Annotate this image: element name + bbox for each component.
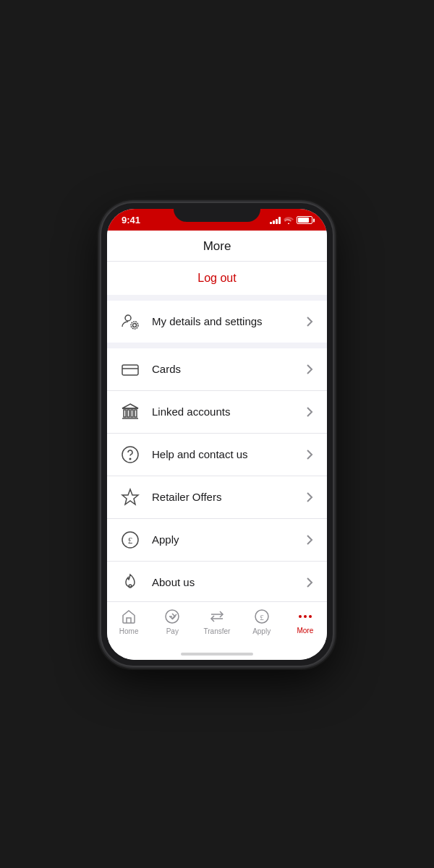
menu-item-apply[interactable]: £ Apply [107, 519, 327, 562]
bank-icon [119, 400, 142, 424]
transfer-icon [208, 608, 226, 625]
svg-rect-7 [124, 410, 126, 417]
menu-section-1: My details and settings [107, 301, 327, 348]
tab-apply[interactable]: £ Apply [244, 606, 280, 637]
status-time: 9:41 [122, 215, 140, 225]
menu-label-apply: Apply [152, 533, 304, 546]
wifi-icon [284, 217, 294, 224]
home-icon [120, 608, 137, 625]
menu-item-my-details[interactable]: My details and settings [107, 301, 327, 343]
page-title: More [203, 239, 231, 253]
logout-button[interactable]: Log out [119, 272, 315, 285]
menu-section-2: Cards [107, 348, 327, 601]
chevron-icon [304, 491, 315, 503]
status-icons [270, 216, 312, 224]
chevron-icon [304, 449, 315, 460]
menu-item-retailer-offers[interactable]: Retailer Offers [107, 476, 327, 519]
phone-screen: 9:41 [107, 209, 327, 660]
chevron-icon [304, 406, 315, 418]
svg-rect-3 [122, 365, 138, 375]
menu-label-linked-accounts: Linked accounts [152, 405, 304, 418]
chevron-icon [304, 577, 315, 588]
menu-label-about-us: About us [152, 576, 304, 588]
page-header: More [107, 231, 327, 262]
tab-pound-icon: £ [253, 608, 271, 625]
svg-marker-5 [122, 404, 138, 408]
chevron-icon [304, 364, 315, 375]
svg-rect-9 [131, 410, 133, 417]
svg-text:£: £ [260, 612, 264, 621]
svg-point-0 [125, 315, 131, 321]
tab-apply-label: Apply [252, 627, 271, 635]
menu-item-about-us[interactable]: About us [107, 562, 327, 601]
help-circle-icon [119, 443, 142, 466]
tab-home[interactable]: Home [111, 606, 147, 637]
flame-icon [119, 571, 142, 594]
svg-marker-14 [122, 489, 138, 504]
person-gear-icon [119, 310, 142, 333]
tab-home-label: Home [119, 627, 139, 635]
dots-icon [297, 609, 314, 624]
svg-text:£: £ [128, 535, 133, 546]
menu-item-linked-accounts[interactable]: Linked accounts [107, 391, 327, 434]
tab-bar: Home Pay [107, 601, 327, 648]
tab-transfer[interactable]: Transfer [198, 606, 237, 637]
pound-circle-icon: £ [119, 528, 142, 551]
menu-label-retailer-offers: Retailer Offers [152, 491, 304, 503]
svg-point-1 [133, 323, 137, 327]
phone-frame: 9:41 [101, 203, 333, 666]
logout-section: Log out [107, 262, 327, 301]
tab-pay[interactable]: Pay [154, 606, 190, 637]
pay-icon [163, 608, 181, 625]
svg-point-13 [129, 458, 131, 460]
tab-more-label: More [297, 627, 313, 635]
svg-rect-8 [127, 410, 129, 417]
tab-pay-label: Pay [166, 627, 179, 635]
notch [174, 203, 260, 222]
tab-more[interactable]: More [287, 607, 323, 636]
chevron-icon [304, 534, 315, 546]
chevron-icon [304, 316, 315, 327]
menu-label-help: Help and contact us [152, 448, 304, 460]
svg-point-2 [131, 322, 138, 329]
svg-rect-10 [135, 410, 137, 417]
signal-bars-icon [270, 217, 281, 224]
tab-transfer-label: Transfer [204, 627, 231, 635]
menu-item-cards[interactable]: Cards [107, 348, 327, 391]
home-indicator [107, 648, 327, 660]
card-icon [119, 358, 142, 381]
battery-icon [297, 216, 312, 224]
menu-label-my-details: My details and settings [152, 315, 304, 327]
main-content: More Log out My detai [107, 231, 327, 601]
menu-item-help[interactable]: Help and contact us [107, 434, 327, 476]
menu-label-cards: Cards [152, 363, 304, 375]
star-icon [119, 486, 142, 509]
